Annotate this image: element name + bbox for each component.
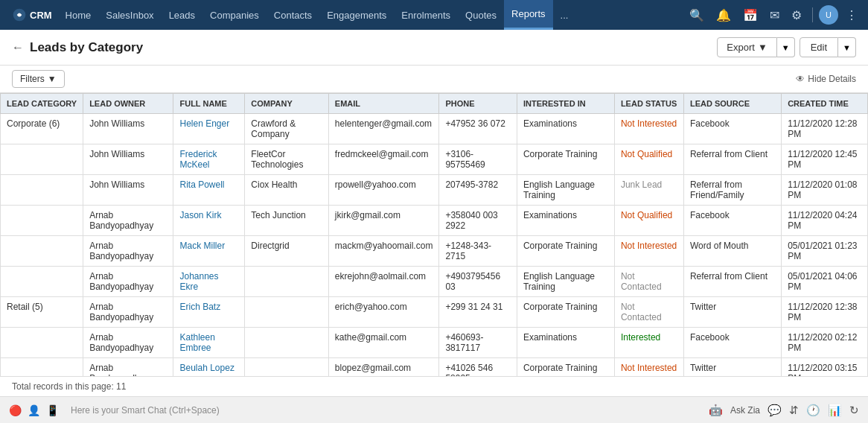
nav-item-engagements[interactable]: Engagements <box>319 0 394 30</box>
bottom-icon-2[interactable]: 📱 <box>46 404 59 416</box>
cell-category <box>1 267 83 297</box>
table-row: Arnab Bandyopadhyay Mack Miller Directgr… <box>1 236 868 267</box>
cell-company <box>245 328 328 358</box>
nav-item-enrolments[interactable]: Enrolments <box>394 0 458 30</box>
cell-full-name[interactable]: Frederick McKeel <box>173 144 245 175</box>
notifications-icon[interactable]: 🔔 <box>712 0 735 30</box>
full-name-link[interactable]: Jason Kirk <box>179 210 221 220</box>
nav-item-home[interactable]: Home <box>58 0 99 30</box>
edit-dropdown-button[interactable]: ▼ <box>838 37 856 57</box>
cell-email: fredmckeel@gmail.com <box>328 144 439 175</box>
top-navigation: CRM HomeSalesInboxLeadsCompaniesContacts… <box>0 0 868 30</box>
nav-item-companies[interactable]: Companies <box>202 0 267 30</box>
cell-full-name[interactable]: Jason Kirk <box>173 206 245 236</box>
cell-lead-owner: Arnab Bandyopadhyay <box>83 358 173 377</box>
settings-icon[interactable]: ⚙ <box>787 0 806 30</box>
col-interested-in: INTERESTED IN <box>517 94 614 114</box>
filters-button[interactable]: Filters ▼ <box>12 70 65 88</box>
cell-lead-owner: Arnab Bandyopadhyay <box>83 328 173 358</box>
back-button[interactable]: ← <box>12 41 24 54</box>
cell-lead-owner: Arnab Bandyopadhyay <box>83 206 173 236</box>
cell-lead-status: Interested <box>614 328 683 358</box>
full-name-link[interactable]: Helen Enger <box>179 118 229 129</box>
cell-full-name[interactable]: Helen Enger <box>173 114 245 144</box>
ask-zia-label[interactable]: Ask Zia <box>730 405 760 416</box>
cell-interested-in: Examinations <box>517 114 614 144</box>
cell-lead-source: Twitter <box>683 358 781 377</box>
cell-full-name[interactable]: Kathleen Embree <box>173 328 245 358</box>
total-label: Total records in this page: <box>12 381 114 392</box>
cell-email: jkirk@gmail.com <box>328 206 439 236</box>
table-row: John Williams Frederick McKeel FleetCor … <box>1 144 868 175</box>
cell-lead-owner: Arnab Bandyopadhyay <box>83 267 173 297</box>
cell-lead-status: Not Contacted <box>614 297 683 328</box>
full-name-link[interactable]: Erich Batz <box>179 302 220 312</box>
help-icon[interactable]: 📊 <box>828 404 842 417</box>
col-lead-status: LEAD STATUS <box>614 94 683 114</box>
cell-email: rpowell@yahoo.com <box>328 175 439 206</box>
cell-full-name[interactable]: Johannes Ekre <box>173 267 245 297</box>
nav-item-contacts[interactable]: Contacts <box>267 0 319 30</box>
nav-item-leads[interactable]: Leads <box>162 0 202 30</box>
grid-icon[interactable]: ⋮ <box>841 0 862 30</box>
cell-lead-source: Facebook <box>683 328 781 358</box>
cell-phone: +460693-3817117 <box>439 328 517 358</box>
cell-phone: +358040 003 2922 <box>439 206 517 236</box>
cell-interested-in: English Language Training <box>517 267 614 297</box>
cell-full-name[interactable]: Erich Batz <box>173 297 245 328</box>
full-name-link[interactable]: Frederick McKeel <box>179 149 217 170</box>
nav-item-reports[interactable]: Reports <box>504 0 553 30</box>
refresh-icon[interactable]: ↻ <box>849 404 859 417</box>
filter-chevron-icon: ▼ <box>48 74 57 84</box>
cell-lead-status: Junk Lead <box>614 175 683 206</box>
cell-full-name[interactable]: Beulah Lopez <box>173 358 245 377</box>
calendar-icon[interactable]: 📅 <box>738 0 762 30</box>
crm-logo[interactable]: CRM <box>6 7 58 22</box>
export-label: Export <box>727 42 755 53</box>
full-name-link[interactable]: Beulah Lopez <box>179 363 234 373</box>
smart-chat-placeholder[interactable]: Here is your Smart Chat (Ctrl+Space) <box>65 405 703 416</box>
cell-interested-in: Corporate Training <box>517 236 614 267</box>
chat-icon[interactable]: 💬 <box>768 404 782 417</box>
cell-phone: 207495-3782 <box>439 175 517 206</box>
cell-full-name[interactable]: Mack Miller <box>173 236 245 267</box>
col-lead-owner: LEAD OWNER <box>83 94 173 114</box>
cell-email: mackm@yahoomail.com <box>328 236 439 267</box>
history-icon[interactable]: 🕐 <box>806 404 820 417</box>
cell-category <box>1 144 83 175</box>
nav-item-dotsdotsdots[interactable]: ... <box>553 0 576 30</box>
cell-lead-owner: Arnab Bandyopadhyay <box>83 297 173 328</box>
hide-details-button[interactable]: 👁 Hide Details <box>796 74 856 84</box>
cell-company <box>245 267 328 297</box>
nav-divider <box>812 7 813 22</box>
cell-created-time: 11/12/2020 04:24 PM <box>782 206 868 236</box>
edit-button[interactable]: Edit <box>800 37 838 57</box>
full-name-link[interactable]: Rita Powell <box>179 179 224 190</box>
cell-category <box>1 175 83 206</box>
nav-item-salesinbox[interactable]: SalesInbox <box>98 0 161 30</box>
export-dropdown-button[interactable]: ▼ <box>777 37 795 57</box>
export-button[interactable]: Export ▼ <box>717 37 776 57</box>
search-icon[interactable]: 🔍 <box>685 0 709 30</box>
avatar[interactable]: U <box>819 5 838 25</box>
cell-interested-in: Corporate Training <box>517 144 614 175</box>
cell-company: Ciox Health <box>245 175 328 206</box>
bottom-icon-1[interactable]: 👤 <box>28 404 40 416</box>
full-name-link[interactable]: Mack Miller <box>179 241 225 251</box>
nav-item-quotes[interactable]: Quotes <box>458 0 504 30</box>
full-name-link[interactable]: Kathleen Embree <box>179 332 214 353</box>
mail-icon[interactable]: ✉ <box>765 0 784 30</box>
cell-full-name[interactable]: Rita Powell <box>173 175 245 206</box>
full-name-link[interactable]: Johannes Ekre <box>179 271 218 292</box>
cell-category <box>1 236 83 267</box>
bottom-right-icons: 🤖 Ask Zia 💬 ⇵ 🕐 📊 ↻ <box>709 404 859 417</box>
table-row: Arnab Bandyopadhyay Kathleen Embree kath… <box>1 328 868 358</box>
col-full-name: FULL NAME <box>173 94 245 114</box>
share-icon[interactable]: ⇵ <box>789 404 799 417</box>
table-row: Retail (5) Arnab Bandyopadhyay Erich Bat… <box>1 297 868 328</box>
ask-zia-icon[interactable]: 🤖 <box>709 404 723 417</box>
page-header: ← Leads by Category Export ▼ ▼ Edit ▼ <box>0 30 868 66</box>
cell-lead-source: Referral from Client <box>683 144 781 175</box>
cell-category <box>1 328 83 358</box>
status-dot-icon: 🔴 <box>9 404 22 416</box>
